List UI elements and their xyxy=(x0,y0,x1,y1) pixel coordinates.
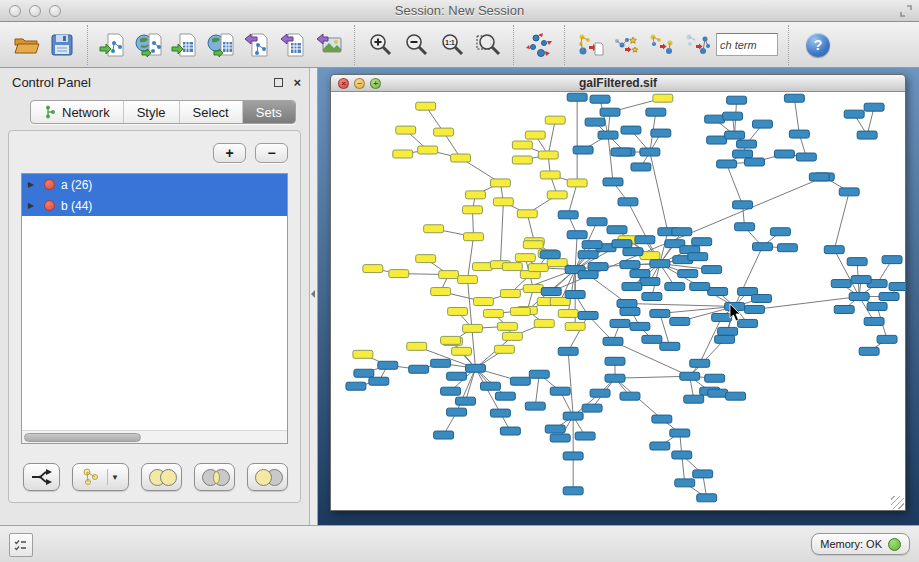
graph-node[interactable] xyxy=(620,307,640,315)
graph-node[interactable] xyxy=(653,94,673,102)
graph-node[interactable] xyxy=(447,408,467,416)
graph-node[interactable] xyxy=(431,359,451,367)
graph-node[interactable] xyxy=(550,434,570,442)
graph-node[interactable] xyxy=(473,263,493,271)
graph-node[interactable] xyxy=(578,311,598,319)
graph-node[interactable] xyxy=(774,150,794,158)
graph-node[interactable] xyxy=(563,487,583,495)
graph-node[interactable] xyxy=(490,179,510,187)
graph-node[interactable] xyxy=(354,369,374,377)
help-button[interactable]: ? xyxy=(806,33,830,57)
graph-node[interactable] xyxy=(839,188,859,196)
graph-node[interactable] xyxy=(567,93,587,101)
graph-node[interactable] xyxy=(688,253,708,261)
graph-node[interactable] xyxy=(439,271,459,279)
graph-node[interactable] xyxy=(369,377,389,385)
graph-node[interactable] xyxy=(418,146,438,154)
graph-node[interactable] xyxy=(363,265,383,273)
open-session-button[interactable] xyxy=(8,26,44,64)
graph-node[interactable] xyxy=(684,395,704,403)
graph-node[interactable] xyxy=(500,427,520,435)
graph-edge[interactable] xyxy=(834,192,849,250)
graph-node[interactable] xyxy=(640,278,660,286)
new-network-selected-nodes-selected-edges-button[interactable] xyxy=(680,26,716,64)
graph-edge[interactable] xyxy=(627,303,735,306)
graph-node[interactable] xyxy=(605,374,625,382)
graph-edge[interactable] xyxy=(690,339,725,376)
graph-node[interactable] xyxy=(464,233,484,241)
graph-node[interactable] xyxy=(587,218,607,226)
graph-node[interactable] xyxy=(517,210,537,218)
graph-node[interactable] xyxy=(642,335,662,343)
graph-node[interactable] xyxy=(588,263,608,271)
graph-edge[interactable] xyxy=(600,99,608,135)
graph-edge[interactable] xyxy=(548,120,555,155)
export-table-button[interactable] xyxy=(275,26,311,64)
graph-node[interactable] xyxy=(534,319,554,327)
graph-node[interactable] xyxy=(590,95,610,103)
graph-node[interactable] xyxy=(864,103,884,111)
task-history-button[interactable] xyxy=(9,533,33,557)
graph-node[interactable] xyxy=(680,372,700,380)
graph-node[interactable] xyxy=(770,228,790,236)
scrollbar-thumb[interactable] xyxy=(24,433,141,442)
graph-node[interactable] xyxy=(864,317,884,325)
graph-node[interactable] xyxy=(590,389,610,397)
graph-node[interactable] xyxy=(650,309,670,317)
graph-node[interactable] xyxy=(346,382,366,390)
chevron-down-icon[interactable]: ▼ xyxy=(111,473,119,482)
graph-node[interactable] xyxy=(502,332,522,340)
graph-node[interactable] xyxy=(705,115,725,123)
expander-icon[interactable]: ▶ xyxy=(28,201,38,210)
graph-node[interactable] xyxy=(510,377,530,385)
horizontal-scrollbar[interactable] xyxy=(22,430,287,443)
graph-node[interactable] xyxy=(378,361,398,369)
graph-node[interactable] xyxy=(630,270,650,278)
graph-node[interactable] xyxy=(738,319,758,327)
graph-edge[interactable] xyxy=(568,183,577,215)
graph-node[interactable] xyxy=(867,302,887,310)
graph-node[interactable] xyxy=(877,335,897,343)
graph-node[interactable] xyxy=(733,201,753,209)
graph-node[interactable] xyxy=(707,136,727,144)
graph-node[interactable] xyxy=(733,150,753,158)
graph-node[interactable] xyxy=(500,290,520,298)
graph-node[interactable] xyxy=(690,359,710,367)
graph-node[interactable] xyxy=(547,191,567,199)
graph-node[interactable] xyxy=(777,244,797,252)
graph-node[interactable] xyxy=(563,452,583,460)
graph-node[interactable] xyxy=(705,374,725,382)
graph-node[interactable] xyxy=(692,238,712,246)
graph-edge[interactable] xyxy=(834,250,859,297)
graph-node[interactable] xyxy=(528,264,548,272)
graph-node[interactable] xyxy=(441,336,461,344)
graph-node[interactable] xyxy=(494,345,514,353)
graph-node[interactable] xyxy=(789,130,809,138)
graph-edge[interactable] xyxy=(727,164,743,205)
graph-node[interactable] xyxy=(582,241,602,249)
graph-node[interactable] xyxy=(824,246,844,254)
graph-node[interactable] xyxy=(525,131,545,139)
tab-select[interactable]: Select xyxy=(180,101,243,123)
expander-icon[interactable]: ▶ xyxy=(28,180,38,189)
graph-node[interactable] xyxy=(849,293,869,301)
graph-node[interactable] xyxy=(652,415,672,423)
graph-node[interactable] xyxy=(490,409,510,417)
graph-node[interactable] xyxy=(796,153,816,161)
create-set-menu-button[interactable]: ▼ xyxy=(72,463,128,491)
graph-node[interactable] xyxy=(610,319,630,327)
graph-node[interactable] xyxy=(550,387,570,395)
graph-node[interactable] xyxy=(620,392,640,400)
graph-node[interactable] xyxy=(393,150,413,158)
graph-node[interactable] xyxy=(660,342,680,350)
apply-preferred-layout-button[interactable] xyxy=(521,26,557,64)
graph-node[interactable] xyxy=(434,128,454,136)
search-input[interactable] xyxy=(716,33,778,56)
graph-node[interactable] xyxy=(670,429,690,437)
graph-node[interactable] xyxy=(745,305,765,313)
graph-node[interactable] xyxy=(558,211,578,219)
export-network-button[interactable] xyxy=(239,26,275,64)
import-network-from-file-button[interactable] xyxy=(95,26,131,64)
graph-node[interactable] xyxy=(523,285,543,293)
graph-edge[interactable] xyxy=(500,202,503,265)
